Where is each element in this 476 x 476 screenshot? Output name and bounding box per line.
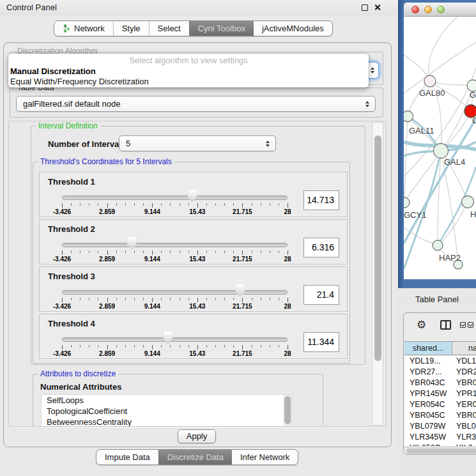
table-panel-title: Table Panel xyxy=(415,295,459,304)
checkbox-icon[interactable] xyxy=(468,322,473,328)
zoom-traffic-light-icon[interactable] xyxy=(437,6,445,13)
threshold-4-value-field[interactable]: 11.344 xyxy=(303,332,339,352)
table-horizontal-scrollbar[interactable] xyxy=(404,447,476,454)
scrollbar-thumb[interactable] xyxy=(406,449,476,454)
gear-icon[interactable]: ⚙ xyxy=(417,318,426,331)
slider-tick-labels: -3.4262.8599.14415.4321.71528 xyxy=(62,208,288,216)
settings-vertical-scrollbar[interactable] xyxy=(372,122,383,426)
network-icon xyxy=(63,24,71,33)
slider-tick-labels: -3.4262.8599.14415.4321.71528 xyxy=(62,256,288,263)
tab-style-label: Style xyxy=(122,21,141,36)
scrollbar-thumb[interactable] xyxy=(284,396,291,424)
list-item[interactable]: SelfLoops xyxy=(42,395,291,406)
table-data-combobox-value: galFiltered.sif default node xyxy=(23,99,120,109)
threshold-4-row: Threshold 4 -3.4262.8599.14415.4321.7152… xyxy=(39,314,348,359)
tab-impute-data-label: Impute Data xyxy=(105,450,150,464)
node-gal11[interactable] xyxy=(404,111,413,122)
table-data-combobox[interactable]: galFiltered.sif default node xyxy=(16,96,376,112)
attributes-group-title: Attributes to discretize xyxy=(38,369,118,378)
node-h[interactable] xyxy=(462,196,474,208)
number-of-intervals-value: 5 xyxy=(126,139,130,148)
tab-select[interactable]: Select xyxy=(149,21,189,36)
table-row[interactable]: YER054CYER0 xyxy=(404,399,476,410)
tab-impute-data[interactable]: Impute Data xyxy=(96,450,158,464)
node-hap2[interactable] xyxy=(433,240,443,250)
node-table: ⚙ shared... na YDL19...YDL1 YDR27...YDR2… xyxy=(403,312,476,455)
table-body[interactable]: YDL19...YDL1 YDR27...YDR2 YBR043CYBR0 YP… xyxy=(404,356,476,446)
checkbox-icon[interactable] xyxy=(460,322,466,328)
algorithm-option-equal-width[interactable]: Equal Width/Frequency Discretization xyxy=(10,77,149,86)
table-row[interactable]: YLR345WYLR3 xyxy=(404,432,476,443)
slider-ticks xyxy=(62,344,288,349)
algorithm-dropdown-popup: Select algorithm to view settings Manual… xyxy=(8,54,369,88)
node-gal80[interactable] xyxy=(424,75,436,87)
threshold-1-slider[interactable]: -3.4262.8599.14415.4321.71528 xyxy=(62,190,288,217)
slider-tick-labels: -3.4262.8599.14415.4321.71528 xyxy=(62,303,288,311)
tab-infer-network[interactable]: Infer Network xyxy=(232,450,298,464)
tab-discretize-data-label: Discretize Data xyxy=(167,450,224,464)
network-canvas[interactable]: GAL80 G C GAL11 GAL4 GCY1 H HAP2 xyxy=(404,17,476,279)
combobox-stepper-icon xyxy=(371,67,374,73)
algorithm-option-manual[interactable]: Manual Discretization xyxy=(10,66,96,76)
attributes-list-scrollbar[interactable] xyxy=(283,395,291,426)
threshold-1-slider-thumb[interactable] xyxy=(187,190,197,203)
node-label: HAP2 xyxy=(439,253,461,263)
bottom-tab-bar: Impute Data Discretize Data Infer Networ… xyxy=(96,449,298,465)
panel-title: Control Panel xyxy=(6,3,57,12)
threshold-3-slider-thumb[interactable] xyxy=(235,284,245,297)
table-row[interactable]: YDR27...YDR2 xyxy=(404,367,476,378)
table-row[interactable]: YBR043CYBR0 xyxy=(404,378,476,388)
close-traffic-light-icon[interactable] xyxy=(411,6,419,13)
threshold-2-label: Threshold 2 xyxy=(48,224,95,234)
slider-track[interactable] xyxy=(62,196,288,200)
table-row[interactable]: YIL052CYIL0 xyxy=(404,443,476,446)
slider-track[interactable] xyxy=(62,243,288,247)
tab-network[interactable]: Network xyxy=(54,21,113,36)
numerical-attributes-heading: Numerical Attributes xyxy=(38,382,124,392)
list-item[interactable]: BetweennessCentrality xyxy=(42,417,291,427)
node-label: GAL80 xyxy=(419,88,445,98)
threshold-2-slider[interactable]: -3.4262.8599.14415.4321.71528 xyxy=(62,237,288,264)
column-header-name[interactable]: na xyxy=(452,342,476,355)
node-gcy1[interactable] xyxy=(404,197,410,208)
node-label: GAL11 xyxy=(409,126,434,135)
tab-style[interactable]: Style xyxy=(113,21,149,36)
apply-button[interactable]: Apply xyxy=(178,429,216,443)
tab-cyni-toolbox[interactable]: Cyni Toolbox xyxy=(189,21,254,36)
node-gal4[interactable] xyxy=(434,144,449,158)
slider-track[interactable] xyxy=(62,290,288,295)
threshold-3-value-field[interactable]: 21.4 xyxy=(303,285,339,305)
close-icon[interactable] xyxy=(374,4,381,11)
threshold-1-row: Threshold 1 -3.4262.8599.14415.4321.7152… xyxy=(39,172,348,217)
threshold-2-slider-thumb[interactable] xyxy=(127,237,137,250)
slider-track[interactable] xyxy=(62,337,288,342)
algorithm-placeholder-option[interactable]: Select algorithm to view settings xyxy=(8,56,369,65)
scrollbar-thumb[interactable] xyxy=(374,135,381,361)
threshold-3-slider[interactable]: -3.4262.8599.14415.4321.71528 xyxy=(62,284,288,311)
column-header-shared-name[interactable]: shared... xyxy=(404,342,452,355)
numerical-attributes-list[interactable]: SelfLoops TopologicalCoefficient Between… xyxy=(41,394,292,427)
minimize-traffic-light-icon[interactable] xyxy=(424,6,432,13)
table-row[interactable]: YPR145WYPR1 xyxy=(404,388,476,399)
slider-ticks xyxy=(62,297,288,302)
table-row[interactable]: YDL19...YDL1 xyxy=(404,356,476,367)
threshold-2-value-field[interactable]: 6.316 xyxy=(303,238,339,257)
threshold-2-row: Threshold 2 -3.4262.8599.14415.4321.7152… xyxy=(39,219,348,265)
threshold-3-row: Threshold 3 -3.4262.8599.14415.4321.7152… xyxy=(39,266,348,312)
tab-jactivemnodules[interactable]: jActiveMNodules xyxy=(254,21,332,36)
threshold-4-slider-thumb[interactable] xyxy=(163,332,173,344)
split-columns-icon[interactable] xyxy=(440,320,451,330)
node-label: GAL4 xyxy=(444,157,465,167)
table-row[interactable]: YBR045CYBR0 xyxy=(404,410,476,421)
threshold-1-value-field[interactable]: 14.713 xyxy=(303,190,339,210)
number-of-intervals-label: Number of Intervals xyxy=(45,139,128,149)
list-item[interactable]: TopologicalCoefficient xyxy=(42,406,291,417)
table-row[interactable]: YBL079WYBL0 xyxy=(404,421,476,432)
network-window-titlebar xyxy=(404,3,476,17)
tab-discretize-data[interactable]: Discretize Data xyxy=(158,450,232,464)
number-of-intervals-combobox[interactable]: 5 xyxy=(119,135,276,151)
float-window-icon[interactable] xyxy=(362,4,368,11)
tab-network-label: Network xyxy=(74,21,105,36)
table-header-row: shared... na xyxy=(404,341,476,355)
threshold-4-slider[interactable]: -3.4262.8599.14415.4321.71528 xyxy=(62,332,288,358)
